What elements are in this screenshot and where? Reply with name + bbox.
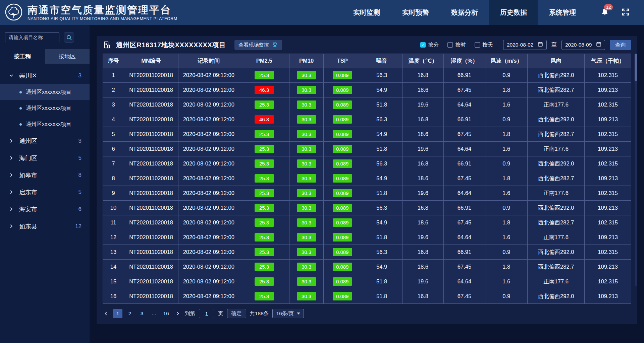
cell-temp: 16.8 (402, 289, 443, 304)
tree-node-count: 3 (78, 72, 82, 79)
cell-pressure: 109.213 (585, 112, 631, 127)
cell-wind-speed: 1.6 (485, 97, 528, 112)
cell-wind-dir: 西北偏西292.0 (528, 156, 585, 171)
cell-pm10: 30.3 (289, 127, 323, 142)
chevron-right-icon (9, 224, 14, 229)
tree-node-启东市[interactable]: 启东市5 (0, 184, 90, 201)
cell-pm25: 25.3 (239, 201, 289, 215)
checkbox-label: 按分 (428, 42, 439, 49)
tree-node-如皋市[interactable]: 如皋市8 (0, 166, 90, 184)
page-number-1[interactable]: 1 (113, 309, 122, 318)
nav-item-数据分析[interactable]: 数据分析 (440, 0, 489, 25)
scrollbar-thumb[interactable] (635, 54, 637, 81)
sidebar-tabs: 按工程按地区 (0, 49, 90, 64)
history-data-table: 序号MN编号记录时间PM2.5PM10TSP噪音温度（℃）湿度（%）风速（m/s… (103, 54, 631, 304)
notification-count-badge: 12 (604, 4, 613, 10)
notification-bell-icon[interactable]: 12 (600, 8, 609, 18)
page-number-16[interactable]: 16 (161, 309, 171, 318)
view-monitor-button[interactable]: 查看现场监控 (234, 40, 282, 50)
pm10-badge: 30.3 (297, 145, 316, 153)
cell-tsp: 0.089 (324, 215, 361, 230)
cell-pm25: 25.3 (239, 274, 289, 289)
sidebar-tab-按工程[interactable]: 按工程 (0, 49, 45, 64)
prev-page-button[interactable] (103, 311, 109, 316)
date-to-picker[interactable]: 2020-08-09 (561, 40, 605, 50)
platform-title: 南通市空气质量监测管理平台 (28, 4, 177, 16)
cell-time: 2020-08-02 09:12:00 (178, 215, 239, 230)
table-row: 12NT2020110200182020-08-02 09:12:0025.33… (103, 230, 631, 245)
cell-wind-dir: 西北偏西292.0 (528, 112, 585, 127)
cell-no: 4 (103, 112, 124, 127)
cell-humidity: 66.91 (443, 156, 485, 171)
pm10-badge: 30.3 (297, 189, 316, 197)
tree-node-label: 海安市 (19, 205, 37, 213)
cell-time: 2020-08-02 09:12:00 (178, 260, 239, 274)
cell-pressure: 109.213 (585, 230, 631, 245)
platform-logo-icon (5, 3, 23, 22)
cell-noise: 56.3 (361, 112, 402, 127)
table-row: 14NT2020110200182020-08-02 09:12:0025.33… (103, 260, 631, 274)
page-unit-label: 页 (218, 310, 223, 317)
tree-node-通州区[interactable]: 通州区3 (0, 132, 90, 149)
cell-tsp: 0.089 (324, 142, 361, 156)
tsp-badge: 0.089 (333, 100, 352, 109)
tree-child-item[interactable]: 通州区xxxxxxx项目 (0, 84, 90, 100)
goto-page-input[interactable] (199, 309, 214, 318)
search-button[interactable] (64, 32, 74, 43)
checkbox-按分[interactable]: ✓按分 (420, 42, 439, 49)
checkbox-按天[interactable]: ✓按天 (475, 42, 493, 49)
cell-pm10: 30.3 (289, 245, 323, 260)
tree-node-如东县[interactable]: 如东县12 (0, 218, 90, 235)
tree-child-item[interactable]: 通州区xxxxxxx项目 (0, 100, 90, 116)
nav-item-实时预警[interactable]: 实时预警 (391, 0, 440, 25)
cell-humidity: 67.45 (443, 127, 485, 142)
cell-temp: 18.6 (402, 127, 443, 142)
tree-child-item[interactable]: 通州区xxxxxxx项目 (0, 116, 90, 132)
cell-noise: 51.8 (361, 142, 402, 156)
total-count-label: 共188条 (250, 310, 269, 317)
cell-time: 2020-08-02 09:12:00 (178, 112, 239, 127)
query-button[interactable]: 查询 (610, 40, 631, 50)
cell-mn: NT202011020018 (124, 186, 178, 201)
cell-tsp: 0.089 (324, 289, 361, 304)
tree-node-海安市[interactable]: 海安市6 (0, 201, 90, 218)
cell-wind-dir: 西北偏西292.0 (528, 201, 585, 215)
chevron-right-icon (9, 173, 14, 178)
cell-time: 2020-08-02 09:12:00 (178, 83, 239, 97)
next-page-button[interactable] (174, 311, 181, 316)
chevron-right-icon (9, 190, 14, 195)
page-number-2[interactable]: 2 (125, 309, 135, 318)
nav-item-实时监测[interactable]: 实时监测 (342, 0, 391, 25)
cell-temp: 19.6 (402, 274, 443, 289)
date-from-picker[interactable]: 2020-08-02 (503, 40, 547, 50)
bullet-icon (19, 91, 22, 93)
tree-node-label: 如皋市 (19, 171, 37, 179)
checkbox-按时[interactable]: ✓按时 (447, 42, 466, 49)
confirm-button[interactable]: 确定 (227, 309, 246, 318)
table-row: 7NT2020110200182020-08-02 09:12:0025.330… (103, 156, 631, 171)
goto-label: 到第 (185, 310, 195, 317)
page-size-select[interactable]: 16条/页 (272, 309, 304, 318)
page-number-3[interactable]: 3 (137, 309, 147, 318)
cell-humidity: 66.91 (443, 68, 485, 83)
cell-pressure: 109.213 (585, 142, 631, 156)
sidebar-tab-按地区[interactable]: 按地区 (45, 49, 90, 64)
fullscreen-icon[interactable] (621, 8, 630, 18)
pm25-badge: 25.3 (255, 71, 274, 79)
project-search-input[interactable] (5, 32, 59, 42)
cell-noise: 54.9 (361, 127, 402, 142)
cell-pm10: 30.3 (289, 201, 323, 215)
cell-pm25: 46.3 (239, 112, 289, 127)
tree-node-海门区[interactable]: 海门区5 (0, 149, 90, 166)
pm25-badge: 46.3 (255, 86, 274, 94)
nav-item-系统管理[interactable]: 系统管理 (538, 0, 587, 25)
cell-humidity: 67.45 (443, 260, 485, 274)
tree-node-崇川区[interactable]: 崇川区3 (0, 67, 90, 84)
tree-node-count: 8 (78, 172, 82, 179)
tsp-badge: 0.089 (333, 277, 352, 286)
cell-temp: 19.6 (402, 142, 443, 156)
cell-pm10: 30.3 (289, 156, 323, 171)
nav-item-历史数据[interactable]: 历史数据 (489, 0, 538, 25)
cell-no: 15 (103, 274, 124, 289)
column-header: 气压（千帕） (585, 54, 631, 68)
